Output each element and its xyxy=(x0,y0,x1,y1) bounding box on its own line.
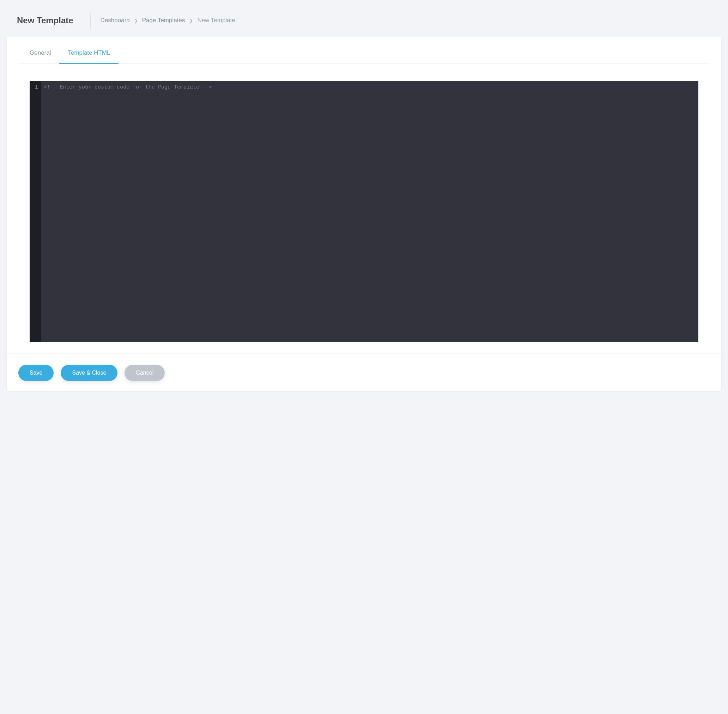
breadcrumb-dashboard[interactable]: Dashboard xyxy=(100,17,130,24)
tab-template-html[interactable]: Template HTML xyxy=(59,50,118,64)
breadcrumb-page-templates[interactable]: Page Templates xyxy=(142,17,185,24)
tab-bar: General Template HTML xyxy=(18,37,710,64)
page-title: New Template xyxy=(17,15,90,26)
editor-content[interactable]: <!-- Enter your custom code for the Page… xyxy=(41,81,698,342)
chevron-right-icon: ❯ xyxy=(134,18,138,23)
cancel-button[interactable]: Cancel xyxy=(124,365,165,381)
header-divider xyxy=(90,13,91,28)
code-editor[interactable]: 1 <!-- Enter your custom code for the Pa… xyxy=(30,81,698,342)
page-header: New Template Dashboard ❯ Page Templates … xyxy=(6,6,722,35)
breadcrumb: Dashboard ❯ Page Templates ❯ New Templat… xyxy=(100,17,235,24)
editor-gutter: 1 xyxy=(30,81,41,342)
line-number: 1 xyxy=(33,84,38,90)
breadcrumb-current: New Template xyxy=(197,17,235,24)
save-button[interactable]: Save xyxy=(18,365,54,381)
editor-container: 1 <!-- Enter your custom code for the Pa… xyxy=(7,64,721,353)
tab-general[interactable]: General xyxy=(30,50,59,64)
action-footer: Save Save & Close Cancel xyxy=(7,353,721,391)
content-card: General Template HTML 1 <!-- Enter your … xyxy=(7,37,721,391)
chevron-right-icon: ❯ xyxy=(189,18,193,23)
save-close-button[interactable]: Save & Close xyxy=(61,365,117,381)
